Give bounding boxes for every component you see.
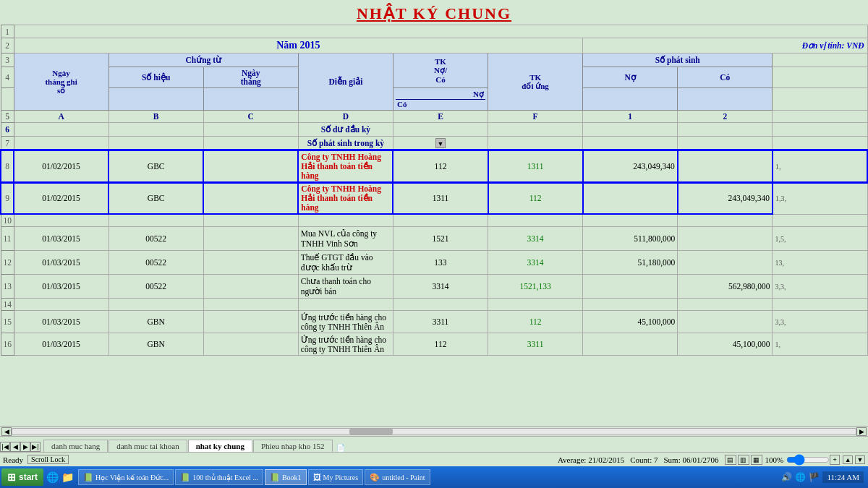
dropdown-cell[interactable]: ▼ xyxy=(393,137,488,151)
col-1-label: 1 xyxy=(583,111,678,123)
row9-tk: 1311 xyxy=(393,182,488,214)
row15-doiung: 112 xyxy=(488,311,583,333)
unit-label: Đơn vị tính: VNĐ xyxy=(802,41,864,50)
year-label: Năm 2015 xyxy=(276,40,320,51)
taskbar-right: 🔊 🌐 🏴 11:24 AM xyxy=(781,471,867,483)
rn-3: 3 xyxy=(1,53,14,67)
row12-diengiai: Thuế GTGT đầu vào được khấu trừ xyxy=(298,251,393,275)
row9-co: 243,049,340 xyxy=(678,182,773,214)
row8-extra: 1, xyxy=(773,150,867,182)
taskbar-icon-1[interactable]: 🌐 xyxy=(46,471,59,484)
row15-sohieu: GBN xyxy=(109,311,203,333)
row11-sohieu: 00522 xyxy=(109,227,203,251)
row-so-du: 6 Số dư đầu kỳ xyxy=(1,123,867,137)
table-row: 12 01/03/2015 00522 Thuế GTGT đầu vào đư… xyxy=(1,251,867,275)
tab-next[interactable]: ▶ xyxy=(20,442,30,452)
row9-date: 01/02/2015 xyxy=(14,182,109,214)
status-bar: Ready Scroll Lock Average: 21/02/2015 Co… xyxy=(0,452,868,466)
row16-no xyxy=(583,333,678,356)
row11-tk: 1521 xyxy=(393,227,488,251)
row-2: 2 Năm 2015 Đơn vị tính: VNĐ xyxy=(1,38,867,53)
status-average: Average: 21/02/2015 xyxy=(558,455,624,464)
row13-date: 01/03/2015 xyxy=(14,275,109,299)
row15-tk: 3311 xyxy=(393,311,488,333)
header-doi-ung: TKđối ứng xyxy=(488,53,583,111)
taskbar-item-my-pictures[interactable]: 🖼 My Pictures xyxy=(308,469,364,485)
row16-extra: 1, xyxy=(773,333,867,356)
hscroll-track[interactable] xyxy=(12,428,856,435)
header-co: Có xyxy=(678,67,773,88)
zoom-slider[interactable] xyxy=(786,455,830,464)
row8-diengiai: Công ty TNHH Hoàng Hải thanh toán tiền h… xyxy=(298,150,393,182)
rn-13: 13 xyxy=(1,275,14,299)
row12-tk: 133 xyxy=(393,251,488,275)
table-row: 10 xyxy=(1,214,867,227)
rn-11: 11 xyxy=(1,227,14,251)
start-button[interactable]: ⊞ start xyxy=(1,468,43,486)
row16-tk: 112 xyxy=(393,333,488,356)
row9-no xyxy=(583,182,678,214)
hscroll-left[interactable]: ◀ xyxy=(1,427,12,436)
row16-diengiai: Ứng trước tiền hàng cho công ty TNHH Thi… xyxy=(298,333,393,356)
col-b-label: B xyxy=(109,111,203,123)
hscroll-bar[interactable]: ◀ ▶ xyxy=(0,426,868,436)
table-row: 16 01/03/2015 GBN Ứng trước tiền hàng ch… xyxy=(1,333,867,356)
view-layout[interactable]: ▥ xyxy=(738,455,749,465)
rn-7: 7 xyxy=(1,137,14,151)
dropdown-arrow[interactable]: ▼ xyxy=(435,138,446,148)
taskbar-icon-flag: 🏴 xyxy=(809,472,820,483)
row15-extra: 3,3, xyxy=(773,311,867,333)
row12-doiung: 3314 xyxy=(488,251,583,275)
header-ngay: Ngàytháng ghisổ xyxy=(14,53,109,111)
vscroll-down[interactable]: ▼ xyxy=(855,455,865,464)
rn-2: 2 xyxy=(1,38,14,53)
hscroll-thumb[interactable] xyxy=(349,429,393,435)
rn-4: 4 xyxy=(1,67,14,88)
title-area: NHẬT KÝ CHUNG xyxy=(0,0,868,25)
header-so-hieu-b xyxy=(109,88,203,111)
zoom-in[interactable]: + xyxy=(830,455,840,465)
row12-extra: 13, xyxy=(773,251,867,275)
tab-phieu-nhap-kho[interactable]: Phieu nhap kho 152 xyxy=(253,440,333,452)
taskbar-item-paint[interactable]: 🎨 untitled - Paint xyxy=(365,469,430,485)
row12-co xyxy=(678,251,773,275)
main-table: 1 2 Năm 2015 Đơn vị tính: VNĐ 3 Ngàythán… xyxy=(0,25,868,356)
spreadsheet-area: 1 2 Năm 2015 Đơn vị tính: VNĐ 3 Ngàythán… xyxy=(0,25,868,426)
tab-prev[interactable]: ◀ xyxy=(10,442,20,452)
row15-no: 45,100,000 xyxy=(583,311,678,333)
clock: 11:24 AM xyxy=(822,471,864,483)
table-row: 9 01/02/2015 GBC Công ty TNHH Hoàng Hải … xyxy=(1,182,867,214)
taskbar-item-hoc-vien[interactable]: 📗 Học Viện kế toán Đức... xyxy=(78,469,174,485)
row11-co xyxy=(678,227,773,251)
vscroll-arrows: ▲ ▼ xyxy=(843,455,865,464)
row15-date: 01/03/2015 xyxy=(14,311,109,333)
view-page[interactable]: ▦ xyxy=(751,455,762,465)
taskbar-icon-sound: 🌐 xyxy=(795,472,806,483)
taskbar-item-100-thu-thuat[interactable]: 📗 100 thủ thuật Excel ... xyxy=(175,469,263,485)
tab-last[interactable]: ▶| xyxy=(30,442,41,452)
tab-first[interactable]: |◀ xyxy=(0,442,10,452)
hscroll-right[interactable]: ▶ xyxy=(856,427,867,436)
tab-danh-muc-hang[interactable]: danh muc hang xyxy=(43,440,108,452)
so-phat-sinh-label: Số phát sinh trong kỳ xyxy=(298,137,393,151)
rn-6: 6 xyxy=(1,123,14,137)
rn-5: 5 xyxy=(1,111,14,123)
vscroll-up[interactable]: ▲ xyxy=(843,455,853,464)
table-row: 11 01/03/2015 00522 Mua NVL của công ty … xyxy=(1,227,867,251)
tab-danh-muc-tai-khoan[interactable]: danh muc tai khoan xyxy=(109,440,187,452)
row9-doiung: 112 xyxy=(488,182,583,214)
page-title: NHẬT KÝ CHUNG xyxy=(0,4,868,23)
tab-nhat-ky-chung[interactable]: nhat ky chung xyxy=(188,440,252,452)
row13-diengiai: Chưa thanh toán cho người bán xyxy=(298,275,393,299)
taskbar-icon-2[interactable]: 📁 xyxy=(61,471,74,484)
row-so-phat-sinh: 7 Số phát sinh trong kỳ ▼ xyxy=(1,137,867,151)
row8-no: 243,049,340 xyxy=(583,150,678,182)
row9-ngaythang xyxy=(203,182,298,214)
row8-co xyxy=(678,150,773,182)
view-normal[interactable]: ▤ xyxy=(725,455,736,465)
row11-doiung: 3314 xyxy=(488,227,583,251)
col-e-label: E xyxy=(393,111,488,123)
taskbar-item-book1[interactable]: 📗 Book1 xyxy=(265,469,307,485)
header-blank xyxy=(583,88,678,111)
rn-12: 12 xyxy=(1,251,14,275)
